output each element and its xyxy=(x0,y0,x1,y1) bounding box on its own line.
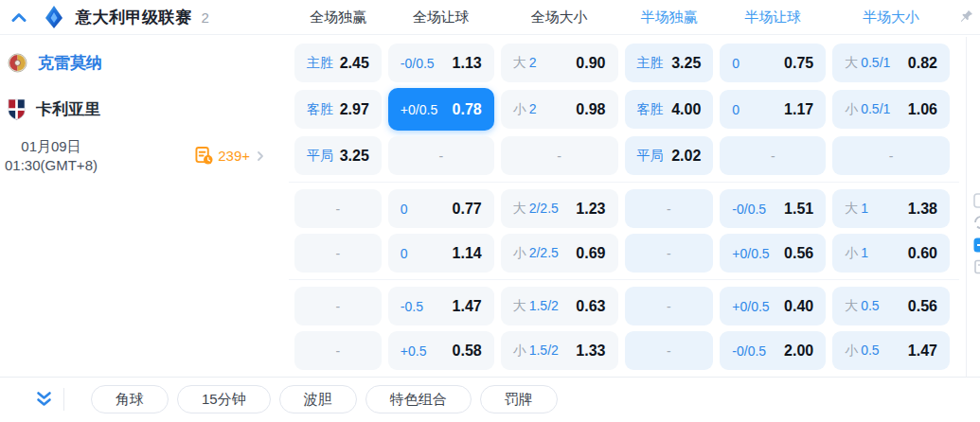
market-button[interactable]: 波胆 xyxy=(279,385,357,413)
odds-cell[interactable]: 客胜2.97 xyxy=(294,90,382,129)
collapse-chevron-up-icon[interactable] xyxy=(11,11,27,23)
odds-cell[interactable]: 小20.98 xyxy=(501,90,618,129)
odds-label: +0/0.5 xyxy=(401,102,437,117)
market-button[interactable]: 特色组合 xyxy=(365,385,472,413)
odds-cell-empty: - xyxy=(294,189,382,228)
odds-empty-dash: - xyxy=(667,202,671,217)
home-team-row[interactable]: 克雷莫纳 xyxy=(0,40,289,86)
odds-cell[interactable]: 大0.5/10.82 xyxy=(832,44,950,82)
odds-cell[interactable]: -0.51.47 xyxy=(388,287,494,325)
market-button[interactable]: 角球 xyxy=(91,385,169,413)
odds-cell[interactable]: 小10.60 xyxy=(832,234,950,273)
odds-label: -0/0.5 xyxy=(732,202,766,217)
match-meta-row: 01月09日 01:30(GMT+8) 239+ xyxy=(0,132,289,179)
odds-value: 0.56 xyxy=(784,245,813,262)
odds-cell[interactable]: +0/0.50.40 xyxy=(720,287,826,325)
odds-label: 小1.5/2 xyxy=(513,343,559,360)
odds-value: 0.77 xyxy=(453,201,482,218)
odds-value: 0.69 xyxy=(576,245,605,262)
odds-body: 克雷莫纳 卡利亚里 01月09日 xyxy=(0,35,980,377)
odds-table-panel: 意大利甲级联赛 2 全场独赢 全场让球 全场大小 半场独赢 半场让球 半场大小 xyxy=(0,0,980,422)
column-header-half-win: 半场独赢 xyxy=(625,9,714,26)
odds-empty-dash: - xyxy=(336,343,341,359)
odds-label-prefix: 小 xyxy=(845,101,858,118)
odds-cell-selected[interactable]: +0/0.50.78 xyxy=(388,88,494,131)
odds-cell[interactable]: +0/0.50.56 xyxy=(720,234,826,273)
odds-value: 1.47 xyxy=(908,343,937,360)
odds-value: 0.63 xyxy=(576,298,605,315)
pin-icon[interactable] xyxy=(958,9,974,25)
odds-label: 小0.5 xyxy=(845,343,879,360)
odds-label: 0 xyxy=(401,246,408,261)
column-headers: 全场独赢 全场让球 全场大小 半场独赢 半场让球 半场大小 xyxy=(289,9,959,26)
odds-cell[interactable]: 大11.38 xyxy=(832,189,950,228)
odds-cell[interactable]: 平局3.25 xyxy=(294,136,382,175)
odds-empty-dash: - xyxy=(438,149,443,164)
odds-label: -0/0.5 xyxy=(401,56,435,71)
odds-value: 2.00 xyxy=(784,343,813,360)
odds-label: 0 xyxy=(732,56,739,71)
odds-label-prefix: 大 xyxy=(513,55,526,72)
right-rail-divider xyxy=(966,37,967,377)
odds-label: 主胜 xyxy=(307,55,333,72)
match-time: 01:30(GMT+8) xyxy=(0,156,102,175)
odds-cell-empty: - xyxy=(294,234,382,273)
odds-cell[interactable]: 01.14 xyxy=(388,234,494,273)
odds-cell[interactable]: -0/0.52.00 xyxy=(720,331,826,370)
odds-empty-dash: - xyxy=(336,246,341,261)
extra-markets-link[interactable]: 239+ xyxy=(195,147,266,165)
odds-cell[interactable]: 主胜2.45 xyxy=(294,44,382,82)
odds-cell[interactable]: 00.77 xyxy=(388,189,494,228)
odds-label-prefix: 大 xyxy=(845,55,858,72)
odds-label-prefix: 小 xyxy=(513,245,526,262)
odds-label-prefix: 大 xyxy=(845,201,858,218)
odds-cell[interactable]: 01.17 xyxy=(720,90,826,129)
odds-cell[interactable]: 主胜3.25 xyxy=(625,44,714,82)
odds-label-prefix: 小 xyxy=(845,343,858,360)
odds-cell[interactable]: 平局2.02 xyxy=(625,136,714,175)
odds-cell[interactable]: -0/0.51.13 xyxy=(388,44,494,82)
odds-label: 小0.5/1 xyxy=(845,101,890,118)
odds-cell[interactable]: 客胜4.00 xyxy=(625,90,714,129)
odds-cell[interactable]: 大2/2.51.23 xyxy=(501,189,618,228)
odds-label: 平局 xyxy=(637,148,664,165)
footer-divider xyxy=(63,388,64,411)
odds-empty-dash: - xyxy=(336,299,341,314)
odds-cell[interactable]: 小0.51.47 xyxy=(832,331,950,370)
odds-cell[interactable]: -0/0.51.51 xyxy=(720,189,826,228)
odds-label: +0/0.5 xyxy=(732,246,769,261)
odds-value: 3.25 xyxy=(340,148,369,165)
odds-cell[interactable]: 小1.5/21.33 xyxy=(501,331,618,370)
clipped-toolbar-icon-2 xyxy=(973,215,980,230)
odds-label: -0.5 xyxy=(401,299,423,314)
odds-cell[interactable]: 00.75 xyxy=(720,44,826,82)
odds-cell[interactable]: 大0.50.56 xyxy=(832,287,950,325)
market-button[interactable]: 罚牌 xyxy=(480,385,558,413)
odds-empty-dash: - xyxy=(557,149,561,164)
league-header: 意大利甲级联赛 2 全场独赢 全场让球 全场大小 半场独赢 半场让球 半场大小 xyxy=(0,0,980,35)
odds-label: 大1 xyxy=(845,201,868,218)
odds-cell[interactable]: 大1.5/20.63 xyxy=(501,287,618,325)
odds-value: 0.75 xyxy=(784,55,813,72)
odds-value: 0.60 xyxy=(908,245,937,262)
away-team-row[interactable]: 卡利亚里 xyxy=(0,86,289,132)
odds-cell[interactable]: +0.50.58 xyxy=(388,331,494,370)
market-buttons: 角球15分钟波胆特色组合罚牌 xyxy=(91,385,558,413)
odds-empty-dash: - xyxy=(889,149,894,164)
odds-value: 3.25 xyxy=(671,55,701,72)
odds-value: 1.47 xyxy=(453,298,482,315)
odds-row: -01.14小2/2.50.69-+0/0.50.56小10.60 xyxy=(289,231,959,275)
odds-cell-empty: - xyxy=(832,136,950,175)
odds-value: 1.38 xyxy=(908,201,937,218)
market-button[interactable]: 15分钟 xyxy=(177,385,271,413)
home-team-crest xyxy=(8,53,27,73)
odds-label: 平局 xyxy=(307,148,333,165)
odds-value: 1.51 xyxy=(784,201,813,218)
expand-double-chevron-down-icon[interactable] xyxy=(36,391,52,408)
odds-cell[interactable]: 小2/2.50.69 xyxy=(501,234,618,273)
odds-cell[interactable]: 小0.5/11.06 xyxy=(832,90,950,129)
odds-value: 0.82 xyxy=(908,55,937,72)
odds-label: 大0.5/1 xyxy=(845,55,890,72)
odds-value: 0.78 xyxy=(453,101,482,118)
odds-cell[interactable]: 大20.90 xyxy=(501,44,618,82)
